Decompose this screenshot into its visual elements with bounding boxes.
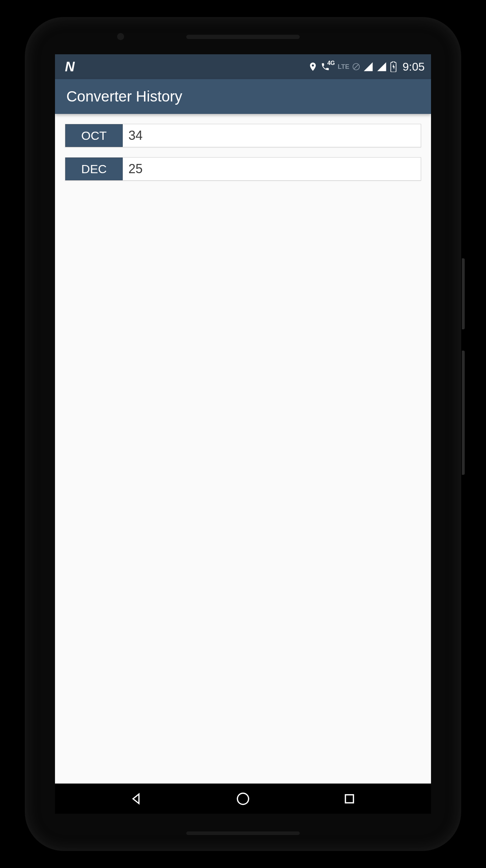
navigation-bar [55,784,431,814]
battery-charging-icon [390,61,397,72]
signal-icon-1 [363,61,374,72]
history-base-label: DEC [65,158,123,180]
4g-label: 4G [327,60,335,66]
history-item[interactable]: DEC 25 [65,157,421,181]
nav-back-button[interactable] [128,790,145,808]
status-clock: 9:05 [403,60,425,73]
phone-frame: N 4G LTE [25,17,461,851]
no-sim-icon [352,63,360,71]
history-base-label: OCT [65,124,123,147]
status-bar: N 4G LTE [55,54,431,79]
app-title: Converter History [66,88,182,105]
side-button-power [462,258,465,329]
lte-label: LTE [338,63,349,71]
notification-n-icon: N [65,59,74,75]
nav-recent-button[interactable] [341,790,358,808]
nav-home-button[interactable] [234,790,252,808]
svg-line-1 [354,65,358,69]
history-item[interactable]: OCT 34 [65,124,421,147]
wifi-calling-icon: 4G [321,62,330,71]
history-value: 34 [123,124,421,147]
status-right: 4G LTE 9:05 [308,60,425,73]
screen: N 4G LTE [55,54,431,814]
camera-dot [117,33,124,40]
location-icon [308,62,318,72]
bottom-speaker [186,831,300,835]
status-left: N [65,59,74,75]
side-button-volume [462,351,465,475]
app-bar: Converter History [55,79,431,114]
content-area: OCT 34 DEC 25 [55,114,431,784]
svg-point-2 [237,793,249,804]
history-value: 25 [123,158,421,180]
svg-rect-3 [346,795,354,803]
signal-icon-2 [376,61,387,72]
